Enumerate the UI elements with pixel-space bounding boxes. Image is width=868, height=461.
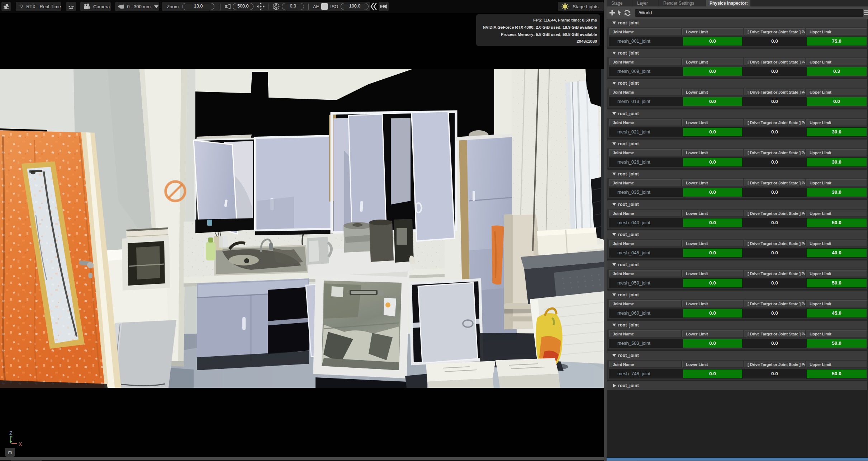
svg-text:X: X [19, 441, 22, 447]
svg-text:Z: Z [9, 430, 13, 436]
